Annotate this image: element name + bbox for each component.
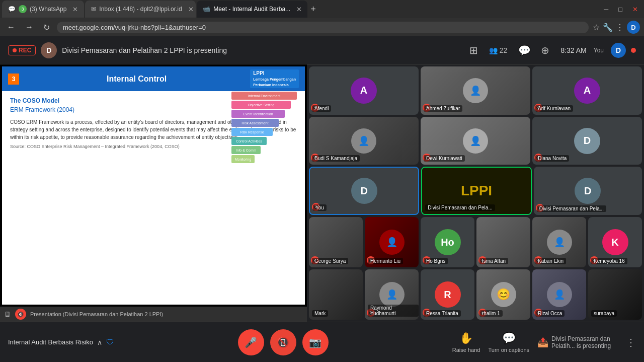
topbar-icons: ⊞ 👥 22 💬 ⊕ 8:32 AM You D bbox=[466, 41, 636, 59]
diagram-bar-5: Risk Response bbox=[231, 128, 273, 136]
meet-bottombar: Internal Audit Berbasis Risiko ∧ 🛡 🎤 📵 📷… bbox=[0, 322, 644, 362]
tile-divisi-presenting: LPPI Divisi Pemasaran dan Pela... bbox=[421, 167, 531, 215]
tile-kemeyoba: K 🔇 Kemeyoba 16 bbox=[588, 217, 642, 267]
tile-rhalim: 😊 🔇 rhalim 1 bbox=[476, 269, 530, 320]
url-text: meet.google.com/vuq-jrku-nbs?pli=1&authu… bbox=[63, 24, 206, 31]
rec-label: REC bbox=[19, 47, 31, 54]
tile-you: D 🔇 You bbox=[309, 167, 419, 215]
presenter-text: Divisi Pemasaran dan Pelatihan 2 LPPI is… bbox=[62, 46, 466, 54]
you-avatar: D bbox=[351, 178, 377, 204]
more-options-button[interactable]: ⋮ bbox=[626, 336, 636, 348]
ahmed-photo: 👤 bbox=[463, 78, 488, 103]
tile-dewi: 👤 🔇 Dewi Kurniawati bbox=[421, 117, 530, 165]
participants-row-3: D 🔇 You LPPI Divisi Pemasaran dan Pela..… bbox=[309, 167, 642, 215]
whatsapp-tab-badge: 3 bbox=[19, 5, 27, 13]
screen-icon: 🖥 bbox=[4, 310, 11, 318]
extensions-icon[interactable]: 🔧 bbox=[603, 23, 613, 32]
maximize-button[interactable]: □ bbox=[614, 4, 626, 15]
profile-avatar[interactable]: D bbox=[627, 21, 640, 34]
raymond-photo: 👤 bbox=[379, 282, 405, 307]
url-input[interactable]: meet.google.com/vuq-jrku-nbs?pli=1&authu… bbox=[57, 22, 589, 33]
end-call-button[interactable]: 📵 bbox=[270, 329, 296, 355]
captions-control[interactable]: 💬 Turn on captions bbox=[488, 332, 529, 353]
microphone-off-icon: 🎤 bbox=[245, 336, 257, 348]
presentation-slide: 3 Internal Control LPPILembaga Pengemban… bbox=[2, 66, 305, 305]
bookmark-icon[interactable]: ☆ bbox=[593, 23, 600, 32]
activities-button[interactable]: ⊕ bbox=[538, 41, 552, 59]
dewi-name: Dewi Kurniawati bbox=[424, 155, 465, 162]
gmail-tab-close[interactable]: ✕ bbox=[188, 6, 194, 13]
end-call-icon: 📵 bbox=[277, 336, 289, 348]
tile-surabaya: surabaya bbox=[588, 269, 642, 320]
you-name: You bbox=[313, 204, 327, 211]
rizal-photo: 👤 bbox=[547, 282, 572, 307]
tile-rizal: 👤 🔇 Rizal Occa bbox=[532, 269, 586, 320]
tab-whatsapp[interactable]: 💬 3 (3) WhatsApp ✕ bbox=[2, 1, 84, 18]
isma-name: Isma Affan bbox=[479, 258, 508, 264]
participants-grid: A 🔇 Afendi 👤 🔇 Ahmed Zulfikar A 🔇 Arif K… bbox=[307, 64, 644, 322]
participants-button[interactable]: 👥 22 bbox=[485, 43, 512, 57]
whatsapp-tab-label: (3) WhatsApp bbox=[30, 6, 66, 13]
grid-view-button[interactable]: ⊞ bbox=[466, 41, 481, 59]
controls-center: 🎤 📵 📷 bbox=[238, 329, 329, 355]
slide-logo: LPPILembaga PengembanganPerbankan Indone… bbox=[250, 69, 299, 88]
back-button[interactable]: ← bbox=[4, 22, 18, 33]
forward-button[interactable]: → bbox=[22, 22, 36, 33]
minimize-button[interactable]: ─ bbox=[600, 4, 612, 15]
tile-divisi2: D 🔇 Divisi Pemasaran dan Pela... bbox=[534, 167, 642, 215]
diagram-bar-4: Risk Assessment bbox=[231, 119, 279, 127]
meet-tab-close[interactable]: ✕ bbox=[296, 6, 302, 13]
whatsapp-tab-close[interactable]: ✕ bbox=[72, 6, 78, 13]
user-avatar[interactable]: D bbox=[611, 43, 626, 58]
tile-raymond: 👤 🔇 Raymond Yudhamurti bbox=[365, 269, 419, 320]
slide-number: 3 bbox=[8, 74, 19, 85]
menu-icon[interactable]: ⋮ bbox=[616, 23, 624, 32]
tile-budi: 👤 🔇 Budi S Kamandjaja bbox=[309, 117, 419, 165]
slide-body: The COSO Model ERM Framework (2004) Inte… bbox=[2, 91, 305, 155]
participants-row-1: A 🔇 Afendi 👤 🔇 Ahmed Zulfikar A 🔇 Arif K… bbox=[309, 66, 642, 115]
diagram-bar-8: Monitoring bbox=[231, 155, 255, 163]
george-name: George Surya bbox=[312, 258, 348, 264]
tab-meet[interactable]: 📹 Meet - Internal Audit Berba... ✕ bbox=[197, 1, 307, 18]
divisi1-name: Divisi Pemasaran dan Pela... bbox=[425, 204, 495, 211]
hermanto-name: Hermanto Liu bbox=[368, 258, 403, 264]
tab-gmail[interactable]: ✉ Inbox (1,448) - dplt2@lppi.or.id ✕ bbox=[85, 1, 196, 18]
camera-off-button[interactable]: 📷 bbox=[302, 329, 329, 355]
dewi-photo: 👤 bbox=[463, 128, 488, 154]
close-button[interactable]: ✕ bbox=[628, 4, 642, 15]
presenter-avatar: D bbox=[41, 42, 57, 58]
gmail-tab-label: Inbox (1,448) - dplt2@lppi.or.id bbox=[99, 6, 182, 13]
meet-topbar: REC D Divisi Pemasaran dan Pelatihan 2 L… bbox=[0, 36, 644, 64]
meet-container: REC D Divisi Pemasaran dan Pelatihan 2 L… bbox=[0, 36, 644, 362]
new-tab-button[interactable]: + bbox=[308, 2, 318, 17]
mute-microphone-button[interactable]: 🎤 bbox=[238, 329, 264, 355]
slide-title: Internal Control bbox=[107, 75, 167, 84]
shield-icon: 🛡 bbox=[106, 338, 114, 347]
ho-avatar: Ho bbox=[435, 229, 461, 255]
presenter-action: 📤 Divisi Pemasaran dan Pelatih... is pre… bbox=[537, 335, 618, 349]
presentation-area: 3 Internal Control LPPILembaga Pengemban… bbox=[0, 64, 307, 322]
presenter-mute-button[interactable]: 🔇 bbox=[15, 309, 26, 320]
tile-ho: Ho 🔇 Ho Bgns bbox=[421, 217, 474, 267]
presentation-footer: 🖥 🔇 Presentation (Divisi Pemasaran dan P… bbox=[0, 307, 307, 322]
browser-icons: ☆ 🔧 ⋮ D bbox=[593, 21, 640, 34]
browser-chrome: 💬 3 (3) WhatsApp ✕ ✉ Inbox (1,448) - dpl… bbox=[0, 0, 644, 36]
controls-right: ✋ Raise hand 💬 Turn on captions 📤 Divisi… bbox=[452, 332, 636, 353]
chevron-up-icon[interactable]: ∧ bbox=[97, 338, 102, 346]
meeting-title-area: Internal Audit Berbasis Risiko ∧ 🛡 bbox=[8, 338, 114, 347]
diana-avatar: D bbox=[574, 128, 600, 154]
raise-hand-control[interactable]: ✋ Raise hand bbox=[452, 332, 480, 353]
people-icon: 👥 bbox=[489, 46, 498, 54]
kemeyoba-avatar: K bbox=[602, 229, 628, 255]
whatsapp-favicon: 💬 bbox=[8, 6, 16, 13]
meeting-title-text: Internal Audit Berbasis Risiko bbox=[8, 338, 93, 346]
refresh-button[interactable]: ↻ bbox=[40, 22, 53, 33]
chat-button[interactable]: 💬 bbox=[515, 41, 534, 59]
presenter-action-label: Divisi Pemasaran dan Pelatih... is prese… bbox=[551, 335, 618, 349]
afendi-name: Afendi bbox=[312, 105, 331, 112]
tile-mark: Mark bbox=[309, 269, 363, 320]
rec-badge: REC bbox=[8, 45, 36, 55]
tile-hermanto: 👤 🔇 Hermanto Liu bbox=[365, 217, 419, 267]
diagram-bar-7: Info & Comm bbox=[231, 146, 261, 154]
present-icon: 📤 bbox=[537, 337, 548, 348]
